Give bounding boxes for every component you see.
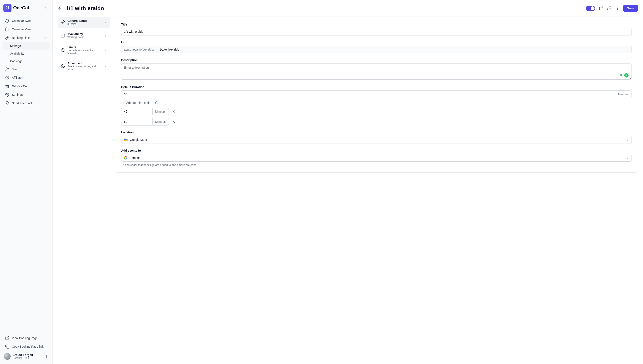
duration-option-input[interactable] (121, 108, 153, 115)
add-duration-button[interactable]: Add duration option (121, 101, 158, 104)
chevron-right-icon (104, 48, 107, 52)
tab-general-setup[interactable]: General Setup 30 mins (58, 16, 110, 28)
sidebar-item-label: Manage (10, 44, 21, 48)
tab-title: General Setup (67, 19, 101, 22)
sidebar-item-settings[interactable]: Settings (3, 90, 50, 99)
duration-unit: Minutes (615, 90, 632, 98)
more-icon (615, 6, 619, 10)
svg-point-4 (6, 68, 8, 69)
chevron-up-down-icon (625, 156, 629, 160)
google-meet-icon (124, 138, 128, 142)
enabled-toggle[interactable] (586, 6, 595, 11)
main-content: 1/1 with eraldo Save General Setup (53, 0, 643, 364)
title-input[interactable] (121, 28, 632, 36)
svg-rect-11 (7, 346, 9, 348)
back-button[interactable] (58, 6, 62, 10)
tab-subtitle: 30 mins (67, 22, 101, 26)
link-icon (61, 20, 65, 24)
svg-point-14 (46, 357, 47, 358)
duration-option-input[interactable] (121, 118, 153, 126)
arrow-left-icon (58, 6, 62, 10)
svg-point-13 (46, 356, 47, 356)
sidebar-item-feedback[interactable]: Send Feedback (3, 99, 50, 108)
gift-icon (5, 84, 9, 88)
logo[interactable]: 01 OneCal (4, 4, 29, 12)
duration-label: Default Duration (121, 85, 632, 89)
duration-input[interactable] (121, 90, 615, 98)
sidebar-item-label: Affiliates (12, 76, 23, 80)
duration-option-unit: Minutes (153, 118, 169, 126)
sidebar-item-booking-links[interactable]: Booking Links (3, 34, 50, 42)
chevron-down-icon (44, 36, 47, 40)
svg-rect-20 (61, 34, 64, 37)
remove-duration-button[interactable] (172, 110, 176, 114)
users-icon (5, 67, 9, 71)
sidebar-item-manage[interactable]: Manage (3, 42, 50, 50)
chevron-right-icon (104, 64, 107, 68)
logo-badge: 01 (4, 4, 12, 12)
title-label: Title (121, 23, 632, 26)
svg-marker-38 (126, 139, 128, 141)
events-calendar-select[interactable]: Personal (121, 154, 632, 162)
footer-link-label: View Booking Page (12, 336, 38, 340)
google-icon (124, 156, 127, 160)
sidebar-item-affiliates[interactable]: Affiliates (3, 74, 50, 82)
user-name: Eraldo Forgoli (13, 353, 33, 356)
tab-title: Limits (67, 46, 101, 49)
add-duration-label: Add duration option (126, 101, 152, 104)
url-input[interactable] (157, 46, 632, 53)
sidebar-item-bookings[interactable]: Bookings (3, 57, 50, 65)
clock-icon (61, 48, 65, 52)
sync-icon (5, 19, 9, 23)
footer-link-copy-booking[interactable]: Copy Booking Page link (3, 342, 50, 351)
footer-link-view-booking[interactable]: View Booking Page (3, 334, 50, 342)
external-link-icon (5, 336, 9, 340)
more-button[interactable] (615, 6, 619, 10)
tab-advanced[interactable]: Advanced Event names, forms, and more (58, 59, 110, 74)
sidebar-item-gift[interactable]: Gift OneCal (3, 82, 50, 90)
grammarly-badge[interactable]: G (618, 73, 629, 78)
location-select[interactable]: Google Meet (121, 136, 632, 144)
duration-option-unit: Minutes (153, 108, 169, 115)
events-label: Add events to (121, 149, 632, 152)
svg-point-9 (7, 94, 8, 95)
more-icon[interactable] (45, 354, 49, 358)
calendar-icon (61, 33, 65, 38)
sidebar-item-calendar-view[interactable]: Calendar View (3, 25, 50, 34)
tab-limits[interactable]: Limits How oftern you can be booked (58, 43, 110, 57)
sidebar-item-label: Bookings (10, 60, 23, 63)
gear-icon (5, 92, 9, 97)
sidebar-item-team[interactable]: Team (3, 65, 50, 74)
footer-link-label: Copy Booking Page link (12, 345, 44, 348)
svg-point-25 (62, 66, 63, 67)
svg-point-12 (46, 355, 47, 356)
copy-icon (5, 344, 9, 349)
chevron-up-down-icon (625, 138, 629, 142)
tab-title: Advanced (67, 62, 101, 65)
info-icon[interactable] (155, 101, 158, 104)
save-button[interactable]: Save (623, 5, 638, 12)
copy-link-button[interactable] (607, 6, 611, 10)
open-external-button[interactable] (599, 6, 603, 10)
sidebar-item-label: Calendar View (12, 28, 31, 31)
form-panel: Title Url app.onecal.io/b/eraldo/ Descri… (115, 16, 638, 173)
location-value: Google Meet (130, 138, 147, 142)
location-label: Location (121, 130, 632, 134)
sidebar-item-calendar-sync[interactable]: Calendar Sync (3, 16, 50, 25)
sidebar-item-availability[interactable]: Availability (3, 50, 50, 57)
sidebar-item-label: Settings (12, 93, 23, 96)
sidebar-item-label: Booking Links (12, 36, 30, 40)
events-helper-text: The calendar that bookings are added to … (121, 163, 632, 166)
lightbulb-icon (5, 101, 9, 105)
tab-availability[interactable]: Availability Working Hours (58, 30, 110, 41)
svg-rect-37 (124, 140, 127, 141)
description-input[interactable] (121, 64, 632, 80)
svg-point-19 (617, 9, 618, 10)
user-menu[interactable]: Eraldo Forgoli Essential Plan (3, 351, 50, 360)
external-link-icon (599, 6, 603, 10)
svg-point-5 (6, 76, 9, 80)
remove-duration-button[interactable] (172, 120, 176, 124)
calendar-icon (5, 27, 9, 32)
sidebar-item-label: Team (12, 68, 19, 71)
sidebar-collapse-button[interactable] (43, 5, 49, 11)
